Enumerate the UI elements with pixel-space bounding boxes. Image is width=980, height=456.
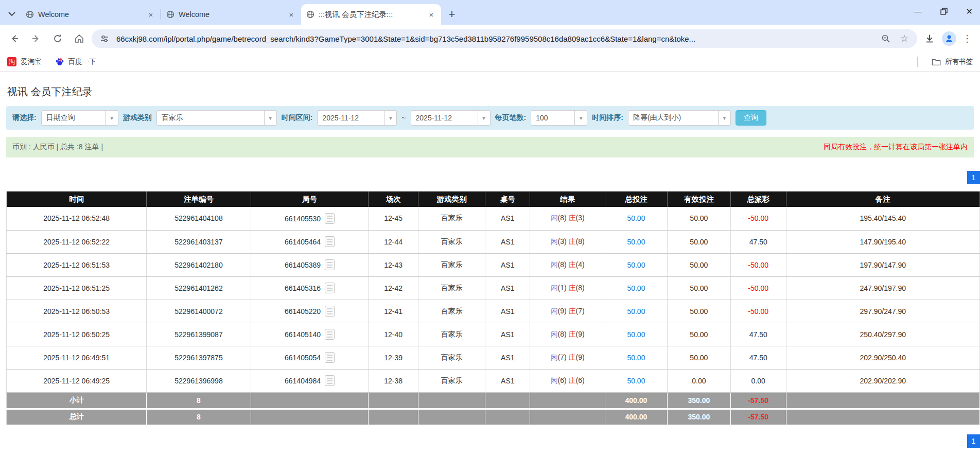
total-bet-link[interactable]: 50.00	[627, 377, 645, 385]
sort-order-value: 降幂(由大到小)	[628, 113, 718, 122]
cell-payout: 47.50	[730, 230, 786, 253]
site-info-icon[interactable]	[98, 32, 111, 45]
url-text[interactable]: 66cxkj98.com/ipl/portal.php/game/betreco…	[116, 34, 874, 43]
cell-payout: 47.50	[730, 323, 786, 346]
cell-session: 12-40	[369, 323, 418, 346]
total-valid-bet: 350.00	[667, 409, 730, 425]
total-bet-link[interactable]: 50.00	[627, 238, 645, 246]
cell-bet-no: 522961400072	[147, 300, 251, 323]
url-bar[interactable]: 66cxkj98.com/ipl/portal.php/game/betreco…	[92, 29, 917, 48]
bookmarks-divider	[917, 57, 918, 67]
valid-bet-notice: 同局有效投注，统一计算在该局第一张注单内	[824, 143, 968, 152]
bookmark-star-icon[interactable]: ☆	[898, 32, 911, 45]
home-button[interactable]	[70, 29, 89, 48]
tab-close-icon[interactable]: ×	[287, 10, 296, 19]
reload-button[interactable]	[48, 29, 67, 48]
downloads-button[interactable]	[920, 29, 939, 48]
back-button[interactable]	[5, 29, 24, 48]
header-game-type: 游戏类别	[418, 191, 485, 207]
round-detail-icon[interactable]	[325, 306, 335, 317]
cell-total-bet: 50.00	[605, 323, 667, 346]
date-from-input[interactable]: 2025-11-12 ▼	[317, 110, 397, 126]
total-bet-link[interactable]: 50.00	[627, 307, 645, 315]
search-button[interactable]: 查询	[736, 110, 766, 126]
bookmark-baidu[interactable]: 百度一下	[55, 57, 96, 66]
tab-welcome-2[interactable]: Welcome ×	[161, 4, 301, 25]
cell-bet-no: 522961397875	[147, 346, 251, 369]
tab-title: :::视讯 会员下注纪录:::	[319, 10, 423, 20]
cell-valid-bet: 50.00	[667, 207, 730, 230]
tab-welcome-1[interactable]: Welcome ×	[21, 4, 161, 25]
tab-close-icon[interactable]: ×	[146, 10, 155, 19]
round-detail-icon[interactable]	[325, 352, 335, 363]
bookmark-aitaobao[interactable]: 淘 爱淘宝	[7, 57, 42, 66]
round-detail-icon[interactable]	[325, 283, 335, 293]
profile-avatar[interactable]	[942, 31, 956, 46]
subtotal-payout: -57.50	[730, 392, 786, 409]
chevron-down-icon: ▼	[718, 111, 730, 125]
query-type-select[interactable]: 日期查询 ▼	[41, 110, 118, 126]
cell-table-no: AS1	[485, 253, 530, 276]
total-bet-link[interactable]: 50.00	[627, 284, 645, 292]
page-size-label: 每页笔数:	[495, 113, 527, 122]
result-banker-label: 庄	[569, 214, 576, 222]
tab-bet-record-active[interactable]: :::视讯 会员下注纪录::: ×	[301, 4, 441, 25]
cell-total-bet: 50.00	[605, 230, 667, 253]
all-bookmarks-button[interactable]: 所有书签	[932, 57, 973, 66]
restore-icon	[940, 8, 948, 15]
cell-table-no: AS1	[485, 346, 530, 369]
page-size-select[interactable]: 100 ▼	[531, 110, 587, 126]
round-detail-icon[interactable]	[325, 259, 335, 270]
cell-time: 2025-11-12 06:52:22	[7, 230, 147, 253]
restore-button[interactable]	[940, 8, 948, 15]
forward-button[interactable]	[27, 29, 45, 48]
globe-icon	[166, 10, 174, 19]
round-detail-icon[interactable]	[325, 236, 335, 247]
cell-round-no: 661404984	[251, 369, 369, 392]
cell-round-no: 661405530	[251, 207, 369, 230]
total-bet-link[interactable]: 50.00	[627, 214, 645, 222]
game-type-select[interactable]: 百家乐 ▼	[156, 110, 277, 126]
cell-total-bet: 50.00	[605, 253, 667, 276]
subtotal-count: 8	[147, 392, 251, 409]
round-detail-icon[interactable]	[325, 329, 335, 340]
cell-table-no: AS1	[485, 369, 530, 392]
query-type-value: 日期查询	[42, 113, 106, 122]
person-icon	[944, 33, 954, 44]
cell-result: 闲(8) 庄(9)	[530, 323, 605, 346]
date-to-input[interactable]: 2025-11-12 ▼	[411, 110, 491, 126]
globe-icon	[306, 10, 314, 19]
tab-close-icon[interactable]: ×	[427, 10, 436, 19]
bet-records-table: 时间 注单编号 局号 场次 游戏类别 桌号 结果 总投注 有效投注 总派彩 备注…	[6, 191, 980, 426]
page-number-button[interactable]: 1	[967, 434, 980, 448]
zoom-out-icon[interactable]	[879, 32, 892, 45]
round-detail-icon[interactable]	[325, 213, 335, 224]
tab-search-button[interactable]	[3, 5, 21, 23]
round-detail-icon[interactable]	[325, 375, 335, 386]
date-range-label: 时间区间:	[282, 113, 313, 122]
all-bookmarks-label: 所有书签	[945, 57, 973, 66]
page-number-button[interactable]: 1	[967, 171, 980, 184]
new-tab-button[interactable]: +	[444, 7, 460, 22]
total-label: 总计	[7, 409, 147, 425]
close-window-button[interactable]: ✕	[966, 7, 973, 16]
globe-icon	[26, 10, 34, 19]
chevron-down-icon	[8, 12, 15, 16]
cell-total-bet: 50.00	[605, 369, 667, 392]
total-bet-link[interactable]: 50.00	[627, 330, 645, 339]
minimize-button[interactable]: —	[915, 7, 922, 15]
sort-order-select[interactable]: 降幂(由大到小) ▼	[628, 110, 731, 126]
cell-total-bet: 50.00	[605, 276, 667, 300]
window-controls: — ✕	[915, 0, 973, 23]
result-player-points: (3)	[558, 237, 569, 245]
cell-time: 2025-11-12 06:52:48	[7, 207, 147, 230]
total-bet-link[interactable]: 50.00	[627, 354, 645, 362]
cell-payout: 47.50	[730, 346, 786, 369]
cell-game-type: 百家乐	[418, 253, 485, 276]
result-banker-points: (9)	[576, 330, 585, 338]
total-bet-link[interactable]: 50.00	[627, 261, 645, 269]
menu-more-icon[interactable]: ⋮	[959, 33, 975, 44]
round-no-text: 661405140	[285, 330, 321, 339]
result-player-label: 闲	[551, 237, 558, 245]
result-banker-label: 庄	[569, 237, 576, 245]
